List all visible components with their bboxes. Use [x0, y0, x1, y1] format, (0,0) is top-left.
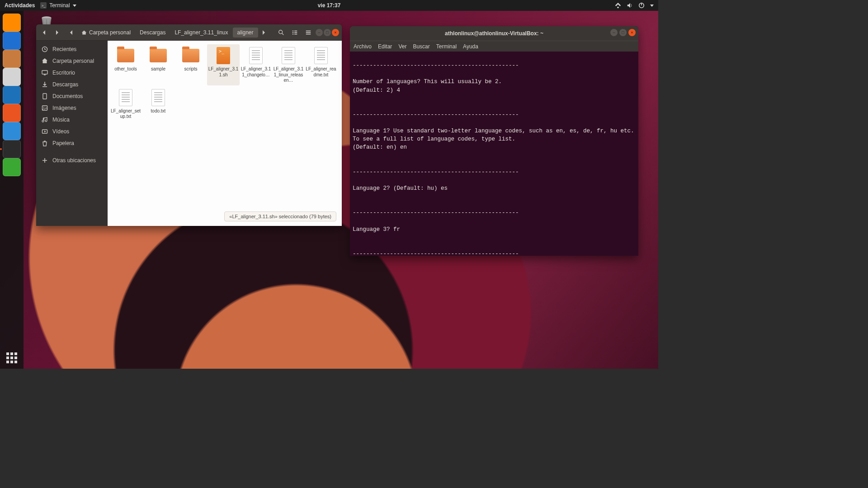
svg-rect-12	[292, 33, 294, 34]
dock-libreoffice-writer[interactable]	[3, 86, 21, 104]
svg-rect-10	[292, 32, 294, 33]
chevron-down-icon	[73, 5, 76, 7]
file-item[interactable]: LF_aligner_readme.txt	[305, 44, 337, 85]
path-bar: Carpeta personalDescargasLF_aligner_3.11…	[66, 26, 269, 39]
chevron-down-icon[interactable]	[650, 5, 654, 7]
close-button[interactable]: ×	[628, 29, 636, 36]
path-segment[interactable]: Carpeta personal	[77, 28, 135, 38]
search-button[interactable]	[275, 26, 288, 39]
power-icon[interactable]	[638, 2, 645, 9]
path-up-button[interactable]	[66, 26, 77, 39]
svg-rect-11	[294, 32, 297, 33]
dock-firefox[interactable]	[3, 14, 21, 32]
menu-ayuda[interactable]: Ayuda	[463, 43, 478, 50]
svg-rect-20	[42, 86, 47, 87]
file-item[interactable]: todo.txt	[142, 86, 175, 122]
file-item[interactable]: LF_aligner_setup.txt	[109, 86, 142, 122]
path-segment[interactable]: aligner	[233, 28, 258, 38]
sidebar-item-plus[interactable]: Otras ubicaciones	[36, 155, 108, 166]
maximize-button[interactable]: □	[324, 29, 331, 36]
files-window: Carpeta personalDescargasLF_aligner_3.11…	[36, 24, 342, 226]
svg-rect-25	[44, 141, 46, 142]
file-label: other_tools	[114, 66, 137, 72]
doc-icon	[42, 93, 48, 99]
file-item[interactable]: scripts	[175, 44, 207, 85]
svg-rect-4	[641, 3, 642, 5]
network-icon[interactable]	[615, 2, 621, 9]
dock-help[interactable]	[3, 122, 21, 140]
home-icon	[42, 58, 48, 64]
path-segment[interactable]: LF_aligner_3.11_linux	[170, 28, 232, 38]
file-item[interactable]: sample	[142, 44, 175, 85]
path-segment[interactable]: Descargas	[135, 28, 170, 38]
svg-rect-14	[306, 30, 311, 31]
terminal-titlebar[interactable]: athlonlinux@athlonlinux-VirtualBox: ~ – …	[350, 26, 638, 41]
sidebar-item-doc[interactable]: Documentos	[36, 90, 108, 102]
show-applications-button[interactable]	[6, 352, 17, 363]
file-pane[interactable]: other_toolssamplescriptsLF_aligner_3.11.…	[108, 41, 342, 226]
terminal-window: athlonlinux@athlonlinux-VirtualBox: ~ – …	[350, 26, 638, 256]
svg-rect-8	[292, 30, 294, 31]
folder-icon	[117, 49, 134, 62]
dock-ubuntu-software[interactable]	[3, 104, 21, 122]
folder-icon	[182, 49, 199, 62]
volume-icon[interactable]	[627, 2, 633, 9]
dock-files[interactable]	[3, 50, 21, 68]
sidebar-item-trash[interactable]: Papelera	[36, 137, 108, 149]
menu-terminal[interactable]: Terminal	[436, 43, 457, 50]
list-icon	[292, 29, 298, 36]
sidebar-item-clock[interactable]: Recientes	[36, 43, 108, 55]
trash-icon	[42, 140, 48, 146]
svg-rect-13	[294, 33, 297, 34]
file-item[interactable]: LF_aligner_3.11_changelo…	[240, 44, 272, 85]
sidebar-item-desktop[interactable]: Escritorio	[36, 67, 108, 79]
clock[interactable]: vie 17:37	[318, 2, 341, 9]
files-sidebar: RecientesCarpeta personalEscritorioDesca…	[36, 41, 108, 226]
sidebar-item-image[interactable]: Imágenes	[36, 102, 108, 114]
menu-archivo[interactable]: Archivo	[354, 43, 372, 50]
file-label: LF_aligner_3.11.sh	[208, 66, 239, 78]
close-button[interactable]: ×	[332, 29, 339, 36]
text-file-icon	[119, 89, 132, 106]
hamburger-button[interactable]	[302, 26, 315, 39]
view-toggle-button[interactable]	[288, 26, 301, 39]
dock	[0, 11, 24, 369]
svg-line-7	[282, 33, 284, 35]
file-item[interactable]: LF_aligner_3.11_linux_releasen…	[272, 44, 305, 85]
dock-terminal[interactable]	[3, 140, 21, 158]
activities-button[interactable]: Actividades	[5, 2, 35, 9]
back-button[interactable]	[39, 26, 50, 39]
minimize-button[interactable]: –	[610, 29, 618, 36]
sidebar-item-download[interactable]: Descargas	[36, 79, 108, 90]
dock-rhythmbox[interactable]	[3, 68, 21, 86]
dock-thunderbird[interactable]	[3, 32, 21, 50]
folder-icon	[150, 49, 167, 62]
gnome-topbar: Actividades >_ Terminal vie 17:37	[0, 0, 658, 11]
music-icon	[42, 117, 48, 123]
download-icon	[42, 81, 48, 88]
sidebar-item-video[interactable]: Vídeos	[36, 126, 108, 137]
minimize-button[interactable]: –	[316, 29, 323, 36]
file-label: LF_aligner_3.11_linux_releasen…	[273, 66, 304, 84]
maximize-button[interactable]: □	[619, 29, 627, 36]
sidebar-item-music[interactable]: Música	[36, 114, 108, 126]
sidebar-item-home[interactable]: Carpeta personal	[36, 55, 108, 67]
image-icon	[42, 105, 48, 111]
svg-point-2	[617, 7, 619, 9]
file-item[interactable]: other_tools	[109, 44, 142, 85]
svg-point-23	[43, 107, 44, 108]
desktop-icon	[42, 70, 48, 76]
app-menu[interactable]: >_ Terminal	[40, 2, 76, 9]
menu-buscar[interactable]: Buscar	[413, 43, 429, 50]
file-label: LF_aligner_setup.txt	[110, 108, 141, 120]
svg-rect-9	[294, 30, 297, 31]
path-more-button[interactable]	[258, 26, 269, 39]
file-item[interactable]: LF_aligner_3.11.sh	[207, 44, 240, 85]
forward-button[interactable]	[52, 26, 62, 39]
terminal-output[interactable]: ----------------------------------------…	[350, 52, 638, 256]
dock-libreoffice-calc[interactable]	[3, 158, 21, 176]
file-label: LF_aligner_readme.txt	[306, 66, 336, 78]
menu-ver[interactable]: Ver	[398, 43, 406, 50]
svg-text:>_: >_	[42, 4, 46, 8]
menu-editar[interactable]: Editar	[378, 43, 392, 50]
